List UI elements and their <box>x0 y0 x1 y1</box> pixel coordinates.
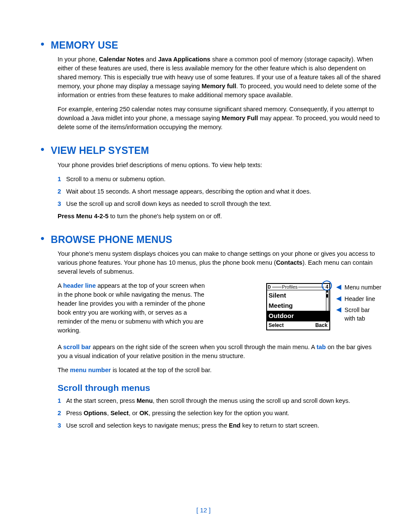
list-item: 3Use the scroll up and scroll down keys … <box>58 200 381 208</box>
list-item: 2 Press Options, Select, or OK, pressing… <box>58 409 381 418</box>
phone-scrollbar <box>326 290 329 322</box>
arrow-left-icon <box>336 307 341 312</box>
browse-header-line-para: A header line appears at the top of your… <box>58 281 211 335</box>
list-item: 1 At the start screen, press Menu, then … <box>58 396 381 405</box>
help-intro: Your phone provides brief descriptions o… <box>58 161 381 170</box>
softkey-left: Select <box>269 322 284 329</box>
browse-scrollbar-para: A scroll bar appears on the right side o… <box>58 343 381 361</box>
scrollbar-tab <box>326 294 328 298</box>
help-press-menu: Press Menu 4-2-5 to turn the phone's hel… <box>58 212 381 221</box>
callout-scroll-bar: Scroll bar with tab <box>336 306 381 323</box>
memory-para-2: For example, entering 250 calendar notes… <box>58 105 381 132</box>
heading-memory-use: MEMORY USE <box>51 38 118 52</box>
list-item: 1Scroll to a menu or submenu option. <box>58 175 381 184</box>
section-heading-browse: • BROWSE PHONE MENUS <box>41 233 381 247</box>
bullet-icon: • <box>41 144 44 155</box>
heading-browse-menus: BROWSE PHONE MENUS <box>51 233 172 247</box>
phone-menu-item-selected: Outdoor <box>267 311 329 321</box>
list-item: 2Wait about 15 seconds. A short message … <box>58 187 381 196</box>
section-heading-memory: • MEMORY USE <box>41 38 381 52</box>
arrow-left-icon <box>336 285 341 290</box>
bullet-icon: • <box>41 38 44 49</box>
page-number: [ 12 ] <box>0 506 407 515</box>
phone-screen-figure: D Profiles 4 Silent Meeting Outdoor Sele… <box>266 283 381 330</box>
phone-softkeys: Select Back <box>267 321 329 330</box>
arrow-left-icon <box>336 296 341 301</box>
list-item: 3 Use scroll and selection keys to navig… <box>58 421 381 430</box>
phone-menu-item: Silent <box>267 290 329 301</box>
arrow-down-icon <box>326 320 329 322</box>
manual-page: • MEMORY USE In your phone, Calendar Not… <box>0 0 407 532</box>
callout-header-line: Header line <box>336 295 381 303</box>
help-steps-list: 1Scroll to a menu or submenu option. 2Wa… <box>58 175 381 208</box>
arrow-up-icon <box>326 290 329 292</box>
bullet-icon: • <box>41 233 44 244</box>
heading-view-help: VIEW HELP SYSTEM <box>51 144 149 158</box>
softkey-right: Back <box>315 322 328 329</box>
scroll-steps-list: 1 At the start screen, press Menu, then … <box>58 396 381 430</box>
phone-menu-item: Meeting <box>267 301 329 311</box>
circle-annotation-icon <box>322 280 332 291</box>
figure-callouts: Menu number Header line Scroll bar with … <box>336 283 381 325</box>
page-content: • MEMORY USE In your phone, Calendar Not… <box>41 38 381 430</box>
phone-header-line: D Profiles 4 <box>267 284 329 290</box>
subheading-scroll-through: Scroll through menus <box>58 382 381 394</box>
section-heading-help: • VIEW HELP SYSTEM <box>41 144 381 158</box>
browse-menunum-para: The menu number is located at the top of… <box>58 366 381 375</box>
callout-menu-number: Menu number <box>336 283 381 292</box>
phone-screen: D Profiles 4 Silent Meeting Outdoor Sele… <box>266 283 330 330</box>
browse-intro: Your phone's menu system displays choice… <box>58 249 381 276</box>
memory-para-1: In your phone, Calendar Notes and Java A… <box>58 55 381 100</box>
